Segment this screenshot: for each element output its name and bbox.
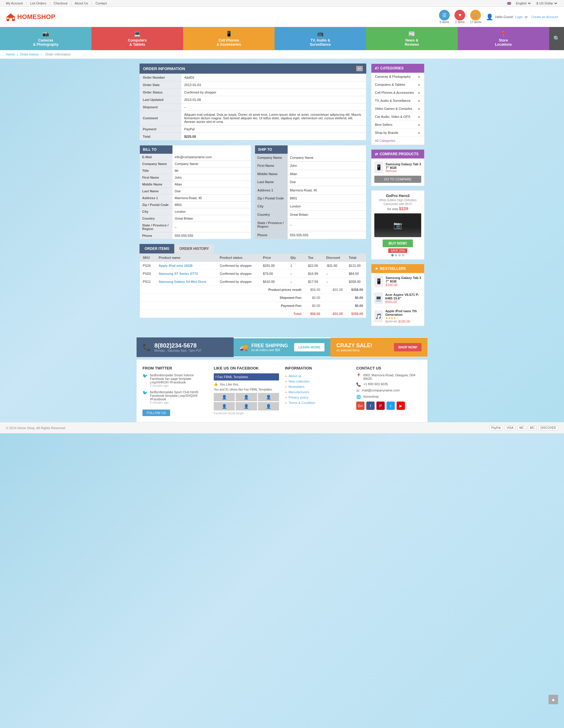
checkout-link[interactable]: Checkout bbox=[54, 1, 67, 5]
language-selector[interactable]: English bbox=[515, 1, 532, 5]
tab-order-items[interactable]: ORDER ITEMS bbox=[140, 244, 174, 253]
wishlist-icon: ☰ bbox=[439, 10, 450, 20]
ship-to-table: SHIP TO Company NameCompany Name First N… bbox=[255, 145, 366, 239]
my-account-link[interactable]: My Account bbox=[6, 1, 23, 5]
main-nav: 📷 Cameras& Photography 💻 Computers& Tabl… bbox=[0, 27, 564, 50]
nav-computers[interactable]: 💻 Computers& Tablets bbox=[91, 27, 183, 50]
sidebar-bestsellers: ★ BESTSELLERS 📱 Samsung Galaxy Tab 3 7" … bbox=[371, 264, 424, 326]
table-row: TitleMr bbox=[140, 167, 251, 174]
facebook-social-icon[interactable]: f bbox=[366, 402, 375, 410]
google-plus-icon[interactable]: G+ bbox=[356, 402, 365, 410]
currency-selector[interactable]: $ US Dollar bbox=[535, 1, 558, 5]
promo-box: GoPro Hero3 White Edition High Definitio… bbox=[371, 190, 424, 260]
sidebar: 🏷 CATEGORIES Cameras & Photography▶ Comp… bbox=[371, 64, 424, 330]
svg-marker-1 bbox=[7, 13, 15, 17]
bestseller-item-1[interactable]: 📱 Samsung Galaxy Tab 3 7" 8GB $190.00 bbox=[371, 273, 424, 290]
footer-bottom: © 2014 Home Shop. All Rights Reserved. P… bbox=[0, 422, 564, 433]
breadcrumb-order-history[interactable]: Order history bbox=[20, 53, 39, 56]
bag-icon-item[interactable]: 🛒 17 items bbox=[470, 10, 481, 24]
sidebar-item-tv[interactable]: TV, Audio & Surveillance▶ bbox=[371, 97, 424, 105]
about-link[interactable]: About Us bbox=[75, 1, 88, 5]
promo-dot-1[interactable] bbox=[391, 254, 394, 256]
info-manufacturers[interactable]: Manufacturers bbox=[285, 389, 350, 395]
buy-now-button[interactable]: BUY NOW! bbox=[383, 240, 413, 247]
table-row: CountryGreat Britain bbox=[255, 210, 366, 218]
info-privacy[interactable]: Privacy policy bbox=[285, 395, 350, 400]
nav-cameras[interactable]: 📷 Cameras& Photography bbox=[0, 27, 91, 50]
sidebar-item-brands[interactable]: Shop by Brands▶ bbox=[371, 129, 424, 137]
payment-mc2: MC bbox=[528, 425, 537, 430]
twitter-social-icon[interactable]: t bbox=[386, 402, 395, 410]
top-bar: My Account | List Orders | Checkout | Ab… bbox=[0, 0, 564, 7]
promo-dot-2[interactable] bbox=[395, 254, 397, 256]
table-row: Last NameDoe bbox=[140, 188, 251, 195]
logo[interactable]: HOMESHOP bbox=[6, 12, 55, 22]
info-terms[interactable]: Terms & Condition bbox=[285, 400, 350, 405]
table-row: PaymentPayPal bbox=[140, 126, 366, 133]
learn-more-button[interactable]: LEARN MORE bbox=[294, 343, 324, 351]
banner-phone: 📞 8(802)234-5678 Monday - Saturday, 8am … bbox=[137, 337, 234, 357]
breadcrumb-home[interactable]: Home bbox=[6, 53, 15, 56]
list-orders-link[interactable]: List Orders bbox=[30, 1, 46, 5]
table-row: CountryGreat Britain bbox=[140, 215, 251, 222]
banner-sale: CRAZY SALE! on selected items SHOP NOW! bbox=[330, 338, 427, 357]
create-account-link[interactable]: Create an Account bbox=[531, 15, 558, 19]
login-link[interactable]: Login bbox=[515, 15, 523, 19]
nav-search[interactable]: 🔍 bbox=[549, 27, 564, 50]
footer-facebook: LIKE US ON FACEBOOK f Fan FBML Templates… bbox=[214, 366, 279, 416]
sidebar-item-games[interactable]: Video Games & Consoles▶ bbox=[371, 105, 424, 113]
promo-dots bbox=[374, 254, 421, 256]
remove-compare-link[interactable]: Remove bbox=[386, 169, 421, 173]
email-icon: ✉ bbox=[356, 388, 359, 393]
tab-order-history[interactable]: ORDER HISTORY bbox=[174, 244, 214, 253]
fb-like-icon: 👍 bbox=[214, 382, 218, 386]
bestseller-image-2: 💻 bbox=[374, 292, 383, 304]
sidebar-item-all-categories[interactable]: All Categories bbox=[371, 137, 424, 145]
contact-email: ✉ mail@companyname.com bbox=[356, 388, 422, 393]
sidebar-item-phones[interactable]: Cell Phones & Accessories▶ bbox=[371, 89, 424, 97]
promo-dot-4[interactable] bbox=[402, 254, 404, 256]
follow-us-button[interactable]: FOLLOW US bbox=[142, 410, 170, 416]
payment-icons: PayPal VISA MC MC DISCOVER bbox=[489, 425, 558, 430]
go-to-compare-button[interactable]: GO TO COMPARE bbox=[374, 176, 421, 183]
sidebar-item-cameras[interactable]: Cameras & Photography▶ bbox=[371, 73, 424, 81]
nav-phones[interactable]: 📱 Cell Phones& Accessories bbox=[183, 27, 275, 50]
nav-store[interactable]: 📍 StoreLocations bbox=[458, 27, 549, 50]
fb-photos: 👤 👤 👤 👤 👤 👤 bbox=[214, 393, 279, 410]
bestseller-item-2[interactable]: 💻 Acer Aspire V6-671 P-6485 15.6" $550.0… bbox=[371, 290, 424, 307]
shop-now-button[interactable]: SHOP NOW! bbox=[394, 343, 422, 351]
wishlist-icon-item[interactable]: ☰ 0 items bbox=[439, 10, 450, 24]
footer-banners-wrapper: 📞 8(802)234-5678 Monday - Saturday, 8am … bbox=[137, 337, 427, 357]
contact-link[interactable]: Contact bbox=[96, 1, 107, 5]
payment-mc: MC bbox=[517, 425, 526, 430]
location-icon: 📍 bbox=[356, 373, 361, 380]
cart-icon-item[interactable]: ♥ 2 items bbox=[454, 10, 465, 24]
summary-row-products: Product prices result: $56.00 -$31.00 $3… bbox=[140, 286, 366, 294]
back-button[interactable]: ↩ bbox=[356, 66, 363, 71]
info-bestsellers[interactable]: Bestsellers bbox=[285, 384, 350, 389]
top-bar-right: 🇬🇧 English $ US Dollar bbox=[507, 1, 558, 5]
cart-icon: ♥ bbox=[454, 10, 465, 20]
sidebar-item-computers[interactable]: Computers & Tablets▶ bbox=[371, 81, 424, 89]
youtube-icon[interactable]: ▶ bbox=[397, 402, 405, 410]
sidebar-item-bestsellers[interactable]: Best Sellers▶ bbox=[371, 121, 424, 129]
top-bar-links: My Account | List Orders | Checkout | Ab… bbox=[6, 1, 109, 5]
footer-contact: CONTACT US 📍 8901 Marmora Road, Glasgow,… bbox=[356, 366, 422, 416]
social-icons: G+ f P t ▶ bbox=[356, 402, 422, 410]
table-row: CommentAliquam erat volutpat. Duis ac tu… bbox=[140, 111, 366, 126]
user-avatar-icon: 👤 bbox=[486, 13, 493, 20]
fb-photo-4: 👤 bbox=[214, 402, 235, 410]
order-info-table: Order Number4daf03 Order Date2013-01-03 … bbox=[140, 74, 366, 140]
compare-content: 📱 Samsung Galaxy Tab 3 7" 8GB Remove GO … bbox=[371, 158, 424, 186]
svg-rect-2 bbox=[9, 18, 12, 21]
bestseller-item-3[interactable]: 🎵 Apple iPod nano 7th Generation ★★★★☆ $… bbox=[371, 307, 424, 326]
pinterest-icon[interactable]: P bbox=[376, 402, 385, 410]
nav-news[interactable]: 📰 News &Reviews bbox=[366, 27, 457, 50]
info-about[interactable]: About us bbox=[285, 373, 350, 379]
web-icon: 🌐 bbox=[356, 395, 361, 399]
summary-row-shipment: Shipment Fee: $0.00 $0.00 bbox=[140, 294, 366, 302]
info-new-collection[interactable]: New collection bbox=[285, 379, 350, 384]
sidebar-item-car-audio[interactable]: Car Audio, Video & GPS▶ bbox=[371, 113, 424, 121]
nav-tv[interactable]: 📺 TV, Audio &Surveillance bbox=[275, 27, 366, 50]
promo-dot-3[interactable] bbox=[398, 254, 401, 256]
